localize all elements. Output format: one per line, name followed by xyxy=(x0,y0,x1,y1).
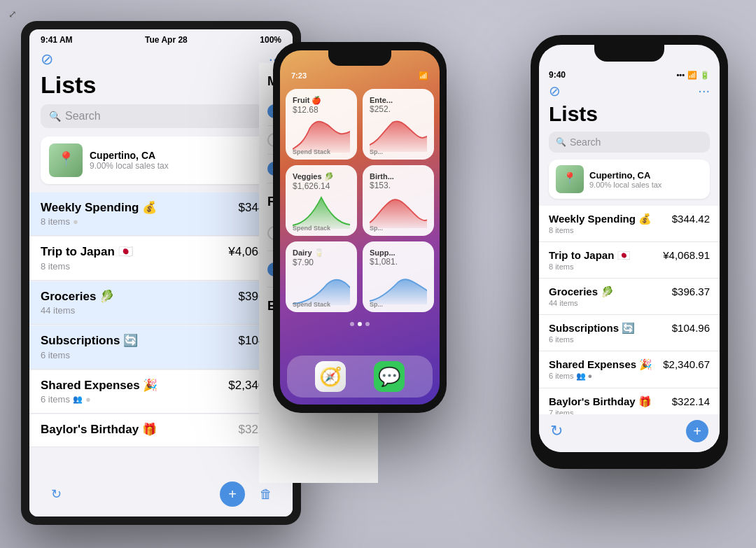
iphone-right-topbar: ⊘ ··· xyxy=(539,83,720,102)
ipad-topbar: ⊘ ··· xyxy=(29,48,293,69)
messages-icon[interactable]: 💬 xyxy=(374,361,405,392)
iphone-right-add-button[interactable]: + xyxy=(686,420,708,442)
widget-entertainment[interactable]: Ente... $252. Sp... xyxy=(363,89,434,160)
page-dot xyxy=(365,322,370,326)
ipad-search-placeholder: Search xyxy=(65,110,101,122)
iphone-center-time: 7:23 xyxy=(291,71,307,80)
iphone-right-edit-icon[interactable]: ⊘ xyxy=(549,83,561,99)
refresh-button[interactable]: ↻ xyxy=(43,482,69,507)
iphone-right-notch xyxy=(594,45,664,62)
list-item[interactable]: Groceries 🥬 44 items $396.37 xyxy=(29,281,293,325)
iphone-right-search-icon: 🔍 xyxy=(556,137,566,147)
widget-grid: Fruit 🍎 $12.68 Spend Stack xyxy=(280,83,440,318)
add-button[interactable]: + xyxy=(220,482,245,507)
iphone-right-location-card[interactable]: Cupertino, CA 9.00% local sales tax xyxy=(549,160,710,199)
iphone-right-search-placeholder: Search xyxy=(570,136,601,148)
ipad-title: Lists xyxy=(29,69,293,104)
iphone-right-location-map xyxy=(556,165,584,193)
r-list-item[interactable]: Groceries 🥬 44 items $396.37 xyxy=(539,279,720,315)
r-list-item[interactable]: Weekly Spending 💰 8 items $344.42 xyxy=(539,206,720,242)
widget-veggies[interactable]: Veggies 🥬 $1,626.14 Spend S xyxy=(286,165,357,236)
iphone-right-signal: ••• xyxy=(676,71,685,79)
trash-button[interactable]: 🗑 xyxy=(253,482,279,507)
list-item[interactable]: Weekly Spending 💰 8 items● $344.42 xyxy=(29,192,293,236)
iphone-right-wifi-icon: 📶 xyxy=(687,71,697,80)
edit-icon[interactable]: ⊘ xyxy=(41,50,53,69)
iphone-center-screen: 7:23 📶 Fruit 🍎 $12.68 xyxy=(280,50,440,405)
ipad-screen: 9:41 AM Tue Apr 28 100% ⊘ ··· Lists 🔍 Se… xyxy=(29,29,293,517)
safari-icon[interactable]: 🧭 xyxy=(315,361,346,392)
iphone-center-device: 7:23 📶 Fruit 🍎 $12.68 xyxy=(273,42,447,413)
ipad-location-tax: 9.00% local sales tax xyxy=(90,161,273,171)
r-list-item[interactable]: Trip to Japan 🇯🇵 8 items ¥4,068.91 xyxy=(539,242,720,279)
iphone-center-notch xyxy=(328,50,391,66)
ipad-battery: 100% xyxy=(260,35,281,45)
ipad-list: Weekly Spending 💰 8 items● $344.42 Trip … xyxy=(29,192,293,447)
page-dot-active xyxy=(358,322,362,326)
iphone-right-location-tax: 9.00% local sales tax xyxy=(589,181,662,189)
ipad-location-map xyxy=(49,143,83,177)
ipad-location-card[interactable]: Cupertino, CA 9.00% local sales tax xyxy=(41,136,281,184)
iphone-right-screen: 9:40 ••• 📶 🔋 ⊘ ··· Lists 🔍 Search Cupert… xyxy=(539,45,720,452)
list-item[interactable]: Subscriptions 🔄 6 items $104.96 xyxy=(29,325,293,369)
iphone-right-bottom-toolbar: ↻ + xyxy=(539,414,720,452)
iphone-right-battery-icon: 🔋 xyxy=(700,71,710,80)
page-dots xyxy=(280,322,440,326)
widget-birthday[interactable]: Birth... $153. Sp... xyxy=(363,165,434,236)
list-item[interactable]: Baylor's Birthday 🎁 $322.14 xyxy=(29,414,293,447)
list-item[interactable]: Trip to Japan 🇯🇵 8 items ¥4,068.91 xyxy=(29,237,293,280)
iphone-right-more-icon[interactable]: ··· xyxy=(698,83,710,99)
iphone-center-signal: 📶 xyxy=(419,71,428,80)
ipad-date: Tue Apr 28 xyxy=(145,35,188,45)
r-list-item[interactable]: Subscriptions 🔄 6 items $104.96 xyxy=(539,315,720,351)
iphone-right-location-name: Cupertino, CA xyxy=(589,170,662,181)
expand-icon: ⤢ xyxy=(8,8,17,20)
iphone-right-search-bar[interactable]: 🔍 Search xyxy=(549,132,710,153)
widget-fruit[interactable]: Fruit 🍎 $12.68 Spend Stack xyxy=(286,89,357,160)
iphone-center-dock: 🧭 💬 xyxy=(287,356,433,398)
widget-dairy[interactable]: Dairy 🥛 $7.90 Spend Stack xyxy=(286,241,357,312)
list-item[interactable]: Shared Expenses 🎉 6 items👥● $2,340.67 xyxy=(29,370,293,414)
page-dot xyxy=(350,322,354,326)
ipad-location-info: Cupertino, CA 9.00% local sales tax xyxy=(90,150,273,171)
ipad-location-name: Cupertino, CA xyxy=(90,150,273,161)
widget-supplements[interactable]: Supp... $1,081. Sp... xyxy=(363,241,434,312)
iphone-right-list: Weekly Spending 💰 8 items $344.42 Trip t… xyxy=(539,206,720,425)
ipad-bottom-toolbar: ↻ + 🗑 xyxy=(29,475,293,517)
iphone-right-time: 9:40 xyxy=(549,70,566,80)
ipad-search-bar[interactable]: 🔍 Search xyxy=(41,104,281,128)
ipad-statusbar: 9:41 AM Tue Apr 28 100% xyxy=(29,29,293,48)
search-icon: 🔍 xyxy=(49,111,61,122)
iphone-center-statusbar: 7:23 📶 xyxy=(280,69,440,80)
iphone-right-title: Lists xyxy=(539,102,720,132)
iphone-right-device: 9:40 ••• 📶 🔋 ⊘ ··· Lists 🔍 Search Cupert… xyxy=(531,35,728,469)
r-list-item[interactable]: Shared Expenses 🎉 6 items 👥 ● $2,340.67 xyxy=(539,351,720,388)
iphone-right-refresh-button[interactable]: ↻ xyxy=(550,422,563,440)
iphone-right-statusbar: 9:40 ••• 📶 🔋 xyxy=(539,64,720,83)
ipad-time: 9:41 AM xyxy=(41,35,73,45)
